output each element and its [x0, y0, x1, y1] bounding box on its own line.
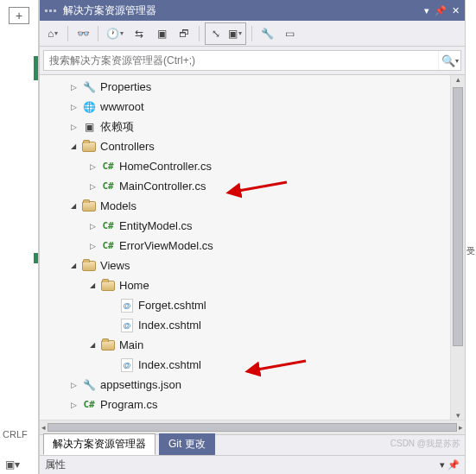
- solution-tree[interactable]: 🔧Properties🌐wwwroot▣依赖项ControllersC#Home…: [40, 75, 465, 416]
- folder-icon: [81, 140, 97, 154]
- tree-node[interactable]: Home: [40, 275, 465, 295]
- search-input[interactable]: [44, 51, 438, 70]
- tree-node[interactable]: C#MainController.cs: [40, 176, 465, 196]
- vertical-scrollbar[interactable]: [450, 75, 465, 420]
- node-label: MainController.cs: [119, 180, 206, 193]
- horizontal-scrollbar[interactable]: ◂▸: [40, 420, 465, 434]
- expander-icon[interactable]: [67, 399, 79, 411]
- node-label: 依赖项: [100, 119, 134, 135]
- expander-icon[interactable]: [86, 240, 98, 252]
- overflow-icon[interactable]: ▣▾: [5, 458, 20, 471]
- properties-icon[interactable]: 🔧: [257, 24, 276, 43]
- show-all-icon[interactable]: ▣: [152, 24, 171, 43]
- collapse-all-icon[interactable]: ⤡: [206, 24, 225, 43]
- expander-icon[interactable]: [67, 200, 79, 212]
- dependencies-icon: ▣: [81, 120, 97, 134]
- expander-icon[interactable]: [86, 280, 98, 292]
- tree-node[interactable]: @Forget.cshtml: [40, 295, 465, 315]
- node-label: wwwroot: [100, 100, 144, 113]
- folder-icon: [100, 279, 116, 293]
- tree-node[interactable]: @Index.cshtml: [40, 355, 465, 375]
- tree-node[interactable]: Main: [40, 335, 465, 355]
- csharp-icon: C#: [100, 160, 116, 174]
- node-label: Views: [100, 259, 130, 272]
- tree-node[interactable]: Models: [40, 196, 465, 216]
- folder-icon: [81, 259, 97, 273]
- tree-node[interactable]: 🌐wwwroot: [40, 97, 465, 117]
- tab-git-changes[interactable]: Git 更改: [159, 433, 215, 455]
- tree-node[interactable]: 🔧appsettings.json: [40, 375, 465, 395]
- cshtml-icon: @: [119, 358, 135, 372]
- cshtml-icon: @: [119, 319, 135, 332]
- node-label: HomeController.cs: [119, 160, 212, 173]
- node-label: Home: [119, 279, 149, 292]
- pin-icon[interactable]: ▾ 📌: [440, 459, 460, 471]
- history-icon[interactable]: 🕐▾: [104, 24, 126, 43]
- node-label: Program.cs: [100, 398, 157, 411]
- sync-icon[interactable]: ⇆: [130, 24, 149, 43]
- expander-icon[interactable]: [86, 180, 98, 193]
- pin-icon[interactable]: 📌: [435, 5, 447, 16]
- close-icon[interactable]: ✕: [452, 5, 460, 16]
- expander-icon[interactable]: [86, 220, 98, 232]
- properties-label: 属性: [45, 458, 66, 472]
- tree-node[interactable]: Controllers: [40, 136, 465, 156]
- folder-icon: [81, 199, 97, 213]
- tree-node[interactable]: 🔧Properties: [40, 77, 465, 97]
- line-ending-label: CRLF: [3, 429, 28, 439]
- tree-node[interactable]: C#HomeController.cs: [40, 156, 465, 176]
- search-icon[interactable]: 🔍▾: [438, 51, 460, 70]
- editor-gutter: + CRLF: [0, 0, 39, 474]
- expand-region-icon[interactable]: +: [9, 7, 29, 24]
- node-label: appsettings.json: [100, 378, 181, 391]
- right-doc-well: 受: [465, 0, 476, 474]
- node-label: Index.cshtml: [138, 358, 201, 371]
- properties-bar[interactable]: 属性 ▾ 📌: [40, 455, 465, 474]
- expander-icon[interactable]: [67, 121, 79, 133]
- csharp-icon: C#: [100, 219, 116, 233]
- search-box[interactable]: 🔍▾: [43, 50, 461, 71]
- expander-icon[interactable]: [67, 141, 79, 153]
- json-icon: 🔧: [81, 378, 97, 392]
- wrench-icon: 🔧: [81, 80, 97, 94]
- watermark: CSDN @我是苏苏: [390, 438, 460, 450]
- panel-title: 解决方案资源管理器: [63, 3, 156, 18]
- globe-icon: 🌐: [81, 100, 97, 114]
- node-label: Controllers: [100, 140, 155, 153]
- switch-views-icon[interactable]: 👓: [73, 24, 92, 43]
- preview-icon[interactable]: ▭: [280, 24, 299, 43]
- tree-node[interactable]: C#Program.cs: [40, 395, 465, 414]
- node-label: EntityModel.cs: [119, 219, 193, 232]
- csharp-icon: C#: [81, 398, 97, 412]
- folder-icon: [100, 338, 116, 352]
- scroll-thumb[interactable]: [453, 87, 463, 346]
- expander-icon[interactable]: [67, 81, 79, 93]
- tab-solution-explorer[interactable]: 解决方案资源管理器: [43, 433, 155, 455]
- csharp-icon: C#: [100, 239, 116, 253]
- expander-icon[interactable]: [67, 260, 79, 272]
- filter-icon[interactable]: ▣▾: [225, 24, 244, 43]
- expander-icon[interactable]: [86, 161, 98, 173]
- tree-node[interactable]: ▣依赖项: [40, 117, 465, 136]
- refresh-icon[interactable]: 🗗: [175, 24, 194, 43]
- node-label: ErrorViewModel.cs: [119, 239, 213, 252]
- expander-icon[interactable]: [67, 379, 79, 391]
- cshtml-icon: @: [119, 299, 135, 313]
- tree-node[interactable]: C#EntityModel.cs: [40, 216, 465, 236]
- node-label: Main: [119, 338, 143, 351]
- node-label: Models: [100, 199, 136, 212]
- panel-title-bar[interactable]: 解决方案资源管理器 ▾ 📌 ✕: [40, 0, 465, 21]
- tree-node[interactable]: @Index.cshtml: [40, 315, 465, 335]
- expander-icon[interactable]: [86, 339, 98, 351]
- toolbar: ⌂▾ 👓 🕐▾ ⇆ ▣ 🗗 ⤡ ▣▾ 🔧 ▭: [40, 21, 465, 47]
- csharp-icon: C#: [100, 180, 116, 193]
- node-label: Properties: [100, 80, 151, 93]
- home-icon[interactable]: ⌂▾: [43, 24, 62, 43]
- expander-icon[interactable]: [67, 101, 79, 113]
- window-menu-icon[interactable]: ▾: [424, 5, 429, 16]
- solution-explorer-panel: 解决方案资源管理器 ▾ 📌 ✕ ⌂▾ 👓 🕐▾ ⇆ ▣ 🗗 ⤡ ▣▾ 🔧 ▭ 🔍…: [39, 0, 465, 474]
- tree-node[interactable]: Views: [40, 256, 465, 275]
- tree-node[interactable]: C#ErrorViewModel.cs: [40, 236, 465, 256]
- node-label: Index.cshtml: [138, 319, 201, 332]
- node-label: Forget.cshtml: [138, 299, 206, 312]
